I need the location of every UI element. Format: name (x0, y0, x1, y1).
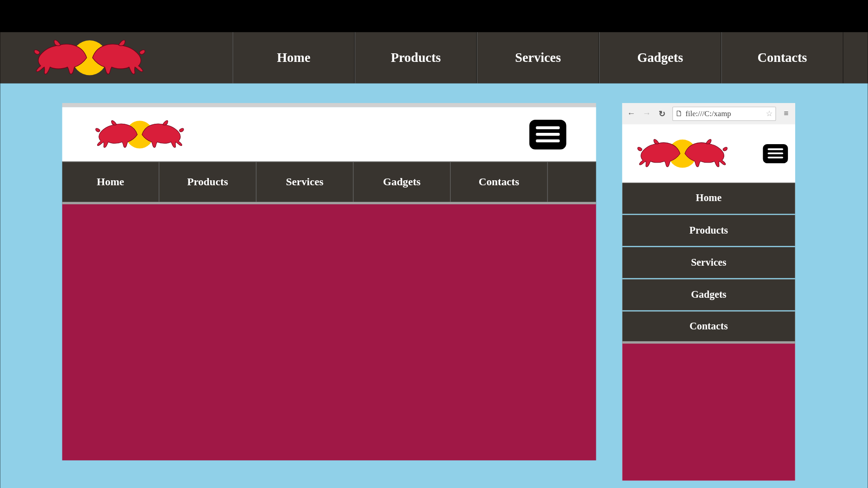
main-nav-gadgets[interactable]: Gadgets (599, 32, 721, 83)
redbull-logo-icon (635, 134, 729, 173)
main-nav-home[interactable]: Home (233, 32, 355, 83)
phone-browser-chrome: ← → ↻ 🗋 file:///C:/xamp ☆ ≡ (622, 103, 795, 124)
main-nav-contacts[interactable]: Contacts (721, 32, 843, 83)
phone-nav-services[interactable]: Services (622, 247, 795, 279)
phone-nav: Home Products Services Gadgets Contacts (622, 183, 795, 344)
bookmark-star-icon[interactable]: ☆ (766, 109, 773, 118)
hamburger-bar-icon (768, 148, 783, 150)
main-navbar: Home Products Services Gadgets Contacts (0, 32, 868, 83)
phone-nav-products[interactable]: Products (622, 215, 795, 247)
browser-menu-icon[interactable]: ≡ (781, 109, 792, 118)
hamburger-bar-icon (536, 133, 560, 136)
letterbox (0, 0, 868, 32)
phone-logo[interactable] (635, 134, 729, 173)
url-text: file:///C:/xamp (685, 109, 731, 118)
tablet-nav-services[interactable]: Services (256, 162, 354, 202)
workspace: Home Products Services Gadgets Contacts … (0, 84, 868, 488)
phone-nav-gadgets[interactable]: Gadgets (622, 279, 795, 311)
tablet-nav-products[interactable]: Products (159, 162, 256, 202)
hamburger-bar-icon (768, 157, 783, 159)
tablet-nav: Home Products Services Gadgets Contacts (62, 161, 596, 204)
tablet-logo[interactable] (92, 116, 187, 153)
main-nav-services[interactable]: Services (477, 32, 599, 83)
tablet-hamburger-button[interactable] (529, 119, 566, 149)
page-icon: 🗋 (675, 109, 683, 118)
phone-nav-home[interactable]: Home (622, 183, 795, 215)
tablet-content-area (62, 204, 596, 460)
hamburger-bar-icon (768, 152, 783, 154)
phone-header (622, 124, 795, 183)
phone-content-area (622, 343, 795, 480)
tablet-nav-contacts[interactable]: Contacts (451, 162, 548, 202)
browser-url-bar[interactable]: 🗋 file:///C:/xamp ☆ (672, 107, 776, 121)
tablet-nav-gadgets[interactable]: Gadgets (354, 162, 451, 202)
phone-preview: ← → ↻ 🗋 file:///C:/xamp ☆ ≡ (622, 103, 795, 481)
browser-forward-icon[interactable]: → (642, 109, 652, 118)
phone-hamburger-button[interactable] (763, 144, 788, 163)
hamburger-bar-icon (536, 126, 560, 129)
redbull-logo-icon (27, 34, 152, 81)
tablet-chrome-bar (62, 103, 596, 107)
tablet-header (62, 107, 596, 161)
phone-nav-contacts[interactable]: Contacts (622, 311, 795, 343)
browser-reload-icon[interactable]: ↻ (657, 109, 668, 119)
tablet-nav-home[interactable]: Home (62, 162, 160, 202)
main-nav-products[interactable]: Products (355, 32, 477, 83)
tablet-preview: Home Products Services Gadgets Contacts (62, 103, 596, 460)
browser-back-icon[interactable]: ← (626, 109, 637, 118)
main-logo[interactable] (0, 32, 232, 83)
redbull-logo-icon (92, 116, 187, 153)
hamburger-bar-icon (536, 139, 560, 142)
